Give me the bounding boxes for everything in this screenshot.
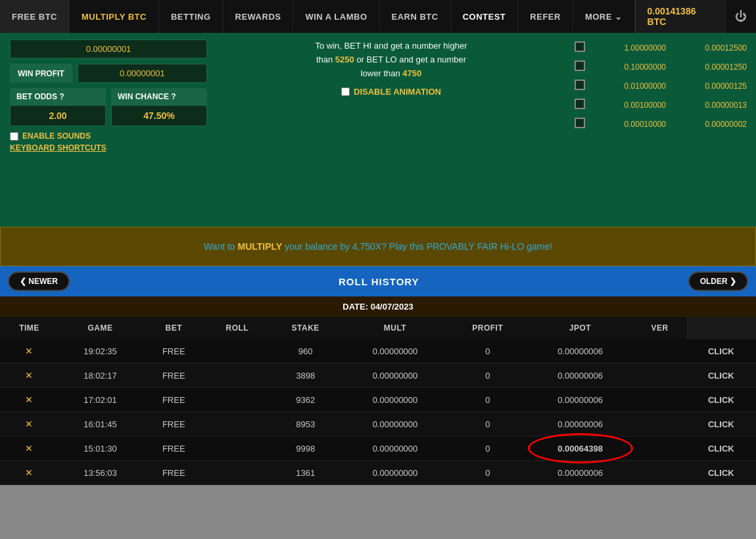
row-time: 18:02:17 <box>59 363 142 388</box>
row-val1: 1.00000000 <box>589 38 670 57</box>
history-col-jpot: JPOT <box>527 317 633 339</box>
disable-animation-label: DISABLE ANIMATION <box>354 87 441 97</box>
row-time: 13:56:03 <box>59 461 142 485</box>
history-table: TIMEGAMEBETROLLSTAKEMULTPROFITJPOTVER ✕ … <box>0 317 756 485</box>
win-profit-button[interactable]: WIN PROFIT <box>10 64 72 83</box>
row-bet <box>206 388 270 412</box>
game-instructions: To win, BET HI and get a number higher t… <box>316 39 467 80</box>
row-val2: 0.00000013 <box>670 95 751 114</box>
row-val1: 0.01000000 <box>589 76 670 95</box>
win-chance-group: WIN CHANCE ? 47.50% <box>111 88 207 126</box>
history-col-profit: PROFIT <box>448 317 527 339</box>
row-bet <box>206 412 270 436</box>
history-table-header-row: TIMEGAMEBETROLLSTAKEMULTPROFITJPOTVER <box>0 317 756 339</box>
row-icon: ✕ <box>0 412 59 436</box>
top-navigation: FREE BTC MULTIPLY BTC BETTING REWARDS WI… <box>0 0 756 33</box>
enable-sounds-label: ENABLE SOUNDS <box>22 131 91 141</box>
multiplier-table-row: 0.10000000 0.00001250 <box>571 57 751 76</box>
history-row: ✕ 16:01:45 FREE 8953 0.00000000 0 0.0000… <box>0 412 756 436</box>
nav-balance: 0.00141386 BTC <box>635 0 725 33</box>
row-stake: 0.00000000 <box>342 412 448 436</box>
enable-sounds-row: ENABLE SOUNDS <box>10 131 207 141</box>
left-panel: 0.00000001 WIN PROFIT 0.00000001 BET ODD… <box>0 33 217 227</box>
row-checkbox[interactable] <box>575 99 585 109</box>
history-table-head: TIMEGAMEBETROLLSTAKEMULTPROFITJPOTVER <box>0 317 756 339</box>
row-checkbox-cell <box>571 76 589 95</box>
win-chance-value: 47.50% <box>111 105 207 126</box>
nav-rewards[interactable]: REWARDS <box>224 0 294 33</box>
odds-row: BET ODDS ? 2.00 WIN CHANCE ? 47.50% <box>10 88 207 126</box>
enable-sounds-checkbox[interactable] <box>10 132 18 141</box>
multiplier-table-row: 1.00000000 0.00012500 <box>571 38 751 57</box>
row-profit: 0.00000006 <box>527 363 633 388</box>
row-checkbox[interactable] <box>575 41 585 52</box>
older-button[interactable]: OLDER ❯ <box>688 271 748 291</box>
row-mult: 0 <box>448 363 527 388</box>
multiplier-table: 1.00000000 0.00012500 0.10000000 0.00001… <box>571 38 751 133</box>
history-col-roll: ROLL <box>206 317 270 339</box>
row-roll: 1361 <box>269 461 342 485</box>
row-jpot <box>633 461 686 485</box>
row-bet <box>206 339 270 363</box>
row-ver[interactable]: CLICK <box>686 461 756 485</box>
row-checkbox-cell <box>571 114 589 133</box>
row-checkbox[interactable] <box>575 80 585 90</box>
history-col-game: GAME <box>59 317 142 339</box>
row-checkbox-cell <box>571 38 589 57</box>
history-row: ✕ 17:02:01 FREE 9362 0.00000000 0 0.0000… <box>0 388 756 412</box>
row-jpot <box>633 436 686 461</box>
row-stake: 0.00000000 <box>342 339 448 363</box>
row-profit: 0.00000006 <box>527 388 633 412</box>
row-ver[interactable]: CLICK <box>686 388 756 412</box>
nav-earn-btc[interactable]: EARN BTC <box>380 0 451 33</box>
x-icon: ✕ <box>25 419 33 429</box>
bet-odds-value: 2.00 <box>10 105 106 126</box>
row-val2: 0.00000002 <box>670 114 751 133</box>
x-icon: ✕ <box>25 394 33 405</box>
row-checkbox[interactable] <box>575 118 585 128</box>
row-roll: 8953 <box>269 412 342 436</box>
row-ver[interactable]: CLICK <box>686 436 756 461</box>
nav-betting[interactable]: BETTING <box>159 0 224 33</box>
row-profit: 0.00000006 <box>527 339 633 363</box>
row-checkbox[interactable] <box>575 60 585 71</box>
history-row: ✕ 15:01:30 FREE 9998 0.00000000 0 0.0006… <box>0 436 756 461</box>
bet-amount-value: 0.00000001 <box>10 39 207 59</box>
row-ver[interactable]: CLICK <box>686 412 756 436</box>
newer-button[interactable]: ❮ NEWER <box>8 271 70 291</box>
nav-refer[interactable]: REFER <box>518 0 573 33</box>
row-profit: 0.00000006 <box>527 412 633 436</box>
multiplier-table-row: 0.00010000 0.00000002 <box>571 114 751 133</box>
row-jpot <box>633 339 686 363</box>
row-val1: 0.10000000 <box>589 57 670 76</box>
disable-animation-checkbox[interactable] <box>341 87 350 96</box>
disable-animation-row: DISABLE ANIMATION <box>341 87 441 97</box>
row-ver[interactable]: CLICK <box>686 363 756 388</box>
upper-section: 0.00000001 WIN PROFIT 0.00000001 BET ODD… <box>0 33 756 227</box>
keyboard-shortcuts-link[interactable]: KEYBOARD SHORTCUTS <box>10 143 207 152</box>
nav-free-btc[interactable]: FREE BTC <box>0 0 70 33</box>
row-game: FREE <box>142 412 206 436</box>
row-jpot <box>633 388 686 412</box>
promo-highlight: MULTIPLY <box>238 241 283 252</box>
nav-contest[interactable]: CONTEST <box>451 0 519 33</box>
row-jpot <box>633 412 686 436</box>
nav-win-a-lambo[interactable]: WIN A LAMBO <box>293 0 379 33</box>
multiplier-table-row: 0.00100000 0.00000013 <box>571 95 751 114</box>
roll-history-section: ❮ NEWER ROLL HISTORY OLDER ❯ DATE: 04/07… <box>0 266 756 485</box>
nav-multiply-btc[interactable]: MULTIPLY BTC <box>70 0 159 33</box>
game-text-highlight2: 4750 <box>402 68 421 78</box>
row-roll: 960 <box>269 339 342 363</box>
row-mult: 0 <box>448 412 527 436</box>
row-roll: 9362 <box>269 388 342 412</box>
nav-more[interactable]: MORE ⌄ <box>573 0 635 33</box>
row-jpot <box>633 363 686 388</box>
power-button[interactable]: ⏻ <box>725 0 756 33</box>
row-bet <box>206 363 270 388</box>
row-bet <box>206 436 270 461</box>
game-text-line2: or BET LO and get a number <box>356 55 466 64</box>
row-game: FREE <box>142 461 206 485</box>
promo-banner: Want to MULTIPLY your balance by 4,750X?… <box>0 227 756 266</box>
row-ver[interactable]: CLICK <box>686 339 756 363</box>
row-stake: 0.00000000 <box>342 461 448 485</box>
